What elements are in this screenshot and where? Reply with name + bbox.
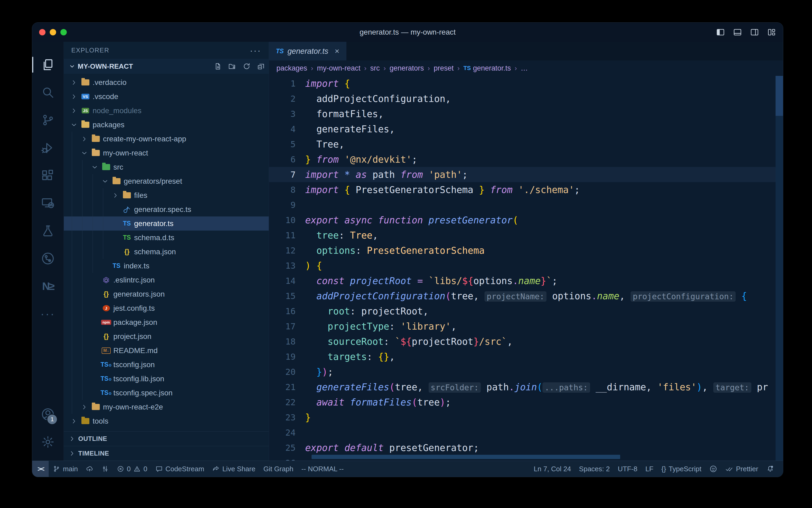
code-editor[interactable]: 1import {2 addProjectConfiguration,3 for… xyxy=(269,76,783,461)
tree-item-generators-json[interactable]: {}generators.json xyxy=(64,287,269,301)
status-vim-mode[interactable]: -- NORMAL -- xyxy=(297,461,348,477)
activity-git-graph-view-icon[interactable] xyxy=(37,245,59,272)
code-line-4[interactable]: 4 generateFiles, xyxy=(269,121,783,137)
status-encoding[interactable]: UTF-8 xyxy=(614,461,641,477)
breadcrumb-item--[interactable]: … xyxy=(521,64,528,73)
status-git-branch[interactable]: main xyxy=(49,461,82,477)
code-line-23[interactable]: 23} xyxy=(269,410,783,425)
tree-item-node-modules[interactable]: JSnode_modules xyxy=(64,103,269,118)
tree-item--eslintrc-json[interactable]: .eslintrc.json xyxy=(64,273,269,287)
tree-item-schema-json[interactable]: {}schema.json xyxy=(64,245,269,259)
tree-item-tsconfig-spec-json[interactable]: TS⚙tsconfig.spec.json xyxy=(64,386,269,400)
code-line-15[interactable]: 15 addProjectConfiguration(tree, project… xyxy=(269,288,783,303)
code-line-17[interactable]: 17 projectType: 'library', xyxy=(269,319,783,334)
status-prettier[interactable]: Prettier xyxy=(721,461,762,477)
activity-run-debug-icon[interactable] xyxy=(37,134,59,162)
status-github[interactable] xyxy=(705,461,721,477)
activity-source-control-icon[interactable] xyxy=(37,106,59,134)
minimize-window-button[interactable] xyxy=(50,29,56,35)
status-git-graph[interactable]: Git Graph xyxy=(259,461,297,477)
code-line-10[interactable]: 10export async function presetGenerator( xyxy=(269,212,783,228)
customize-layout-button[interactable] xyxy=(767,28,776,37)
status-language-mode[interactable]: {}TypeScript xyxy=(658,461,705,477)
toggle-primary-sidebar-button[interactable] xyxy=(716,28,725,37)
breadcrumb-item-src[interactable]: src xyxy=(370,64,380,73)
code-line-6[interactable]: 6} from '@nx/devkit'; xyxy=(269,152,783,167)
status-remote-indicator[interactable]: >< xyxy=(32,461,49,477)
breadcrumb-item-generators[interactable]: generators xyxy=(389,64,424,73)
activity-explorer-icon[interactable] xyxy=(37,51,59,79)
activity-account-icon[interactable]: 1 xyxy=(37,400,59,428)
tree-item-tsconfig-json[interactable]: TS⚙tsconfig.json xyxy=(64,357,269,372)
code-line-9[interactable]: 9 xyxy=(269,197,783,212)
breadcrumb-item-my-own-react[interactable]: my-own-react xyxy=(317,64,361,73)
status-codestream[interactable]: CodeStream xyxy=(151,461,208,477)
tree-item-files[interactable]: files xyxy=(64,188,269,202)
horizontal-scrollbar[interactable] xyxy=(312,455,620,459)
section-outline[interactable]: OUTLINE xyxy=(64,431,269,446)
close-tab-icon[interactable]: × xyxy=(335,47,339,56)
breadcrumb-item-generator-ts[interactable]: TSgenerator.ts xyxy=(464,64,511,73)
tree-item-generator-spec-ts[interactable]: generator.spec.ts xyxy=(64,202,269,216)
status-problems[interactable]: 00 xyxy=(113,461,151,477)
code-line-24[interactable]: 24 xyxy=(269,425,783,440)
activity-testing-icon[interactable] xyxy=(37,217,59,245)
code-line-5[interactable]: 5 Tree, xyxy=(269,137,783,152)
refresh-explorer-button[interactable] xyxy=(243,62,251,70)
code-line-22[interactable]: 22 await formatFiles(tree); xyxy=(269,394,783,410)
status-indentation[interactable]: Spaces: 2 xyxy=(575,461,614,477)
explorer-more-actions-button[interactable]: ··· xyxy=(250,45,261,56)
status-cursor-position[interactable]: Ln 7, Col 24 xyxy=(530,461,575,477)
tree-item-schema-d-ts[interactable]: TSschema.d.ts xyxy=(64,230,269,245)
activity-nx-console-icon[interactable]: N≥ xyxy=(37,272,59,300)
activity-search-icon[interactable] xyxy=(37,79,59,106)
code-line-12[interactable]: 12 options: PresetGeneratorSchema xyxy=(269,243,783,258)
code-line-14[interactable]: 14 const projectRoot = `libs/${options.n… xyxy=(269,273,783,288)
status-git-graph-fetch[interactable] xyxy=(97,461,113,477)
code-line-2[interactable]: 2 addProjectConfiguration, xyxy=(269,91,783,106)
code-line-3[interactable]: 3 formatFiles, xyxy=(269,106,783,121)
tree-item--vscode[interactable]: VS.vscode xyxy=(64,89,269,103)
code-line-25[interactable]: 25export default presetGenerator; xyxy=(269,440,783,455)
code-line-20[interactable]: 20 }); xyxy=(269,364,783,379)
new-folder-button[interactable] xyxy=(228,62,236,70)
breadcrumb-item-packages[interactable]: packages xyxy=(277,64,307,73)
activity-remote-explorer-icon[interactable] xyxy=(37,189,59,217)
activity-settings-icon[interactable] xyxy=(37,428,59,456)
code-line-21[interactable]: 21 generateFiles(tree, srcFolder: path.j… xyxy=(269,379,783,394)
close-window-button[interactable] xyxy=(39,29,46,35)
code-line-11[interactable]: 11 tree: Tree, xyxy=(269,228,783,243)
section-timeline[interactable]: TIMELINE xyxy=(64,446,269,461)
code-line-16[interactable]: 16 root: projectRoot, xyxy=(269,303,783,319)
toggle-secondary-sidebar-button[interactable] xyxy=(750,28,759,37)
tab-generator-ts[interactable]: TS generator.ts × xyxy=(269,42,346,60)
status-publish-changes[interactable] xyxy=(82,461,97,477)
activity-more-views-icon[interactable]: ··· xyxy=(37,300,59,328)
tree-item-tools[interactable]: tools xyxy=(64,414,269,428)
tree-item-index-ts[interactable]: TSindex.ts xyxy=(64,259,269,273)
breadcrumb-item-preset[interactable]: preset xyxy=(434,64,453,73)
zoom-window-button[interactable] xyxy=(60,29,67,35)
tree-item-packages[interactable]: packages xyxy=(64,118,269,132)
activity-extensions-icon[interactable] xyxy=(37,162,59,189)
tree-item-tsconfig-lib-json[interactable]: TS⚙tsconfig.lib.json xyxy=(64,372,269,386)
code-line-1[interactable]: 1import { xyxy=(269,76,783,91)
vertical-scrollbar[interactable] xyxy=(775,76,783,461)
status-notifications[interactable] xyxy=(762,461,778,477)
tree-item-readme-md[interactable]: M↓README.md xyxy=(64,343,269,357)
code-line-19[interactable]: 19 targets: {}, xyxy=(269,349,783,364)
tree-item-src[interactable]: src xyxy=(64,160,269,174)
tree-item-package-json[interactable]: npmpackage.json xyxy=(64,315,269,329)
tree-item-my-own-react-e2e[interactable]: my-own-react-e2e xyxy=(64,400,269,414)
project-root-row[interactable]: MY-OWN-REACT xyxy=(64,59,269,74)
tree-item-generator-ts[interactable]: TSgenerator.ts xyxy=(64,216,269,230)
code-line-8[interactable]: 8import { PresetGeneratorSchema } from '… xyxy=(269,182,783,197)
code-line-7[interactable]: 7import * as path from 'path'; xyxy=(269,167,783,182)
collapse-folders-button[interactable] xyxy=(257,62,265,70)
tree-item-generators-preset[interactable]: generators/preset xyxy=(64,174,269,188)
code-line-18[interactable]: 18 sourceRoot: `${projectRoot}/src`, xyxy=(269,334,783,349)
toggle-panel-button[interactable] xyxy=(733,28,742,37)
code-line-13[interactable]: 13) { xyxy=(269,258,783,273)
vertical-scrollbar-thumb[interactable] xyxy=(775,76,783,116)
new-file-button[interactable] xyxy=(214,62,222,70)
